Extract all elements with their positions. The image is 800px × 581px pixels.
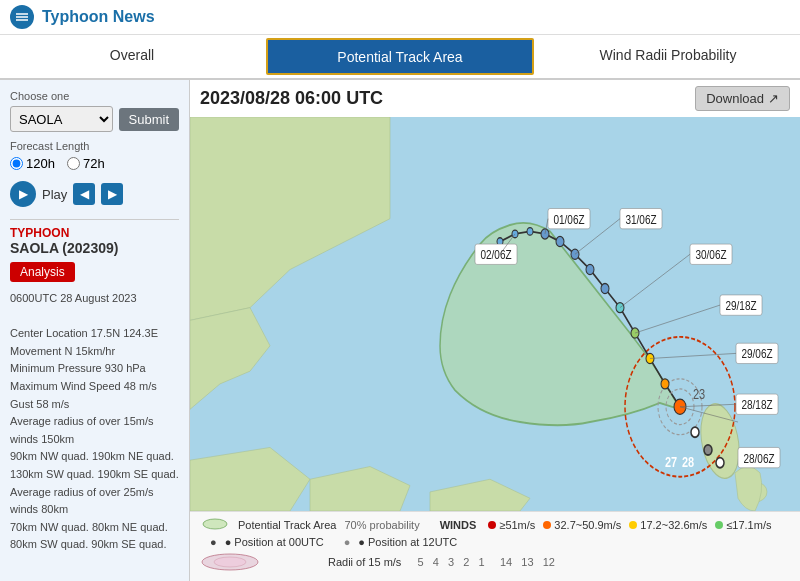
svg-point-20 — [601, 283, 609, 293]
wind-dot-3 — [629, 521, 637, 529]
map-time-label: 2023/08/28 06:00 UTC — [200, 88, 383, 109]
sidebar: Choose one SAOLA Submit Forecast Length … — [0, 80, 190, 581]
svg-text:29/06Z: 29/06Z — [741, 347, 772, 360]
svg-point-58 — [203, 519, 227, 529]
map-header: 2023/08/28 06:00 UTC Download ↗ — [190, 80, 800, 117]
svg-text:27: 27 — [665, 454, 677, 470]
submit-button[interactable]: Submit — [119, 108, 179, 131]
svg-text:28: 28 — [682, 454, 694, 470]
analysis-line-4: Minimum Pressure 930 hPa — [10, 360, 179, 378]
svg-point-23 — [556, 236, 564, 246]
app-title: Typhoon News — [42, 8, 155, 26]
analysis-text: 0600UTC 28 August 2023 Center Location 1… — [10, 290, 179, 554]
prev-button[interactable]: ◀ — [73, 183, 95, 205]
map-canvas: 28/06Z 28/18Z 29/06Z 29/18Z 30/06Z — [190, 117, 800, 511]
sidebar-divider — [10, 219, 179, 220]
wind-dot-1 — [488, 521, 496, 529]
svg-point-60 — [214, 557, 246, 567]
analysis-line-7: Average radius of over 15m/s winds 150km — [10, 413, 179, 448]
choose-one-label: Choose one — [10, 90, 179, 102]
svg-point-22 — [571, 249, 579, 259]
analysis-line-2: Center Location 17.5N 124.3E — [10, 325, 179, 343]
analysis-line-10: Average radius of over 25m/s winds 80km — [10, 484, 179, 519]
storm-name: SAOLA (202309) — [10, 240, 179, 256]
storm-select[interactable]: SAOLA — [10, 106, 113, 132]
tab-overall[interactable]: Overall — [0, 35, 264, 78]
next-button[interactable]: ▶ — [101, 183, 123, 205]
winds-label: WINDS — [440, 519, 477, 531]
svg-point-30 — [716, 458, 724, 468]
analysis-line-6: Gust 58 m/s — [10, 396, 179, 414]
position-00utc-label: ● Position at 00UTC — [225, 536, 324, 548]
svg-point-25 — [527, 228, 533, 236]
radii-label: Radii of 15 m/s — [328, 556, 401, 568]
analysis-line-11: 70km NW quad. 80km NE quad. — [10, 519, 179, 537]
position-12utc-dot: ● — [344, 536, 351, 548]
analysis-line-12: 80km SW quad. 90km SE quad. — [10, 536, 179, 554]
analysis-line-9: 130km SW quad. 190km SE quad. — [10, 466, 179, 484]
forecast-radio-group: 120h 72h — [10, 156, 179, 171]
typhoon-label: TYPHOON — [10, 226, 179, 240]
svg-point-29 — [704, 445, 712, 455]
svg-point-16 — [661, 379, 669, 389]
position-12utc-label: ● Position at 12UTC — [358, 536, 457, 548]
radio-72h[interactable]: 72h — [67, 156, 105, 171]
wind-speed-3: 17.2~32.6m/s — [629, 519, 707, 531]
analysis-line-3: Movement N 15km/hr — [10, 343, 179, 361]
position-00utc-dot: ● — [210, 536, 217, 548]
play-button[interactable]: ▶ — [10, 181, 36, 207]
potential-track-label: Potential Track Area — [238, 519, 336, 531]
map-area: 2023/08/28 06:00 UTC Download ↗ — [190, 80, 800, 581]
wind-dot-4 — [715, 521, 723, 529]
radii-numbers: 5 4 3 2 1 14 13 12 — [417, 556, 555, 568]
tab-potential-track[interactable]: Potential Track Area — [266, 38, 534, 75]
forecast-length-label: Forecast Length — [10, 140, 179, 152]
wind-speed-4: ≤17.1m/s — [715, 519, 771, 531]
play-controls: ▶ Play ◀ ▶ — [10, 181, 179, 207]
svg-text:30/06Z: 30/06Z — [695, 248, 726, 261]
map-legend: Potential Track Area 70% probability WIN… — [190, 511, 800, 581]
wind-speed-2: 32.7~50.9m/s — [543, 519, 621, 531]
play-label: Play — [42, 187, 67, 202]
tab-bar: Overall Potential Track Area Wind Radii … — [0, 35, 800, 80]
main-content: Choose one SAOLA Submit Forecast Length … — [0, 80, 800, 581]
storm-select-row: SAOLA Submit — [10, 106, 179, 132]
analysis-line-5: Maximum Wind Speed 48 m/s — [10, 378, 179, 396]
analysis-line-8: 90km NW quad. 190km NE quad. — [10, 448, 179, 466]
wind-speed-1: ≥51m/s — [488, 519, 535, 531]
download-button[interactable]: Download ↗ — [695, 86, 790, 111]
svg-text:29/18Z: 29/18Z — [725, 299, 756, 312]
app-header: Typhoon News — [0, 0, 800, 35]
legend-row-3: Radii of 15 m/s 5 4 3 2 1 14 13 12 — [200, 551, 790, 573]
svg-text:28/18Z: 28/18Z — [741, 398, 772, 411]
probability-label: 70% probability — [344, 519, 419, 531]
svg-point-21 — [586, 264, 594, 274]
legend-row-2: ● ● Position at 00UTC ● ● Position at 12… — [210, 536, 790, 548]
map-svg: 28/06Z 28/18Z 29/06Z 29/18Z 30/06Z — [190, 117, 800, 511]
radio-120h[interactable]: 120h — [10, 156, 55, 171]
map-background: 28/06Z 28/18Z 29/06Z 29/18Z 30/06Z — [190, 117, 800, 511]
svg-text:01/06Z: 01/06Z — [553, 213, 584, 226]
analysis-line-0: 0600UTC 28 August 2023 — [10, 290, 179, 308]
svg-point-28 — [691, 427, 699, 437]
svg-text:02/06Z: 02/06Z — [480, 248, 511, 261]
tab-wind-radii[interactable]: Wind Radii Probability — [536, 35, 800, 78]
svg-text:31/06Z: 31/06Z — [625, 213, 656, 226]
app-logo-icon — [10, 5, 34, 29]
svg-text:28/06Z: 28/06Z — [743, 452, 774, 465]
wind-dot-2 — [543, 521, 551, 529]
svg-text:23: 23 — [693, 387, 705, 403]
potential-track-legend-label — [200, 517, 230, 533]
legend-row-1: Potential Track Area 70% probability WIN… — [200, 517, 790, 533]
analysis-button[interactable]: Analysis — [10, 262, 75, 282]
download-icon: ↗ — [768, 91, 779, 106]
